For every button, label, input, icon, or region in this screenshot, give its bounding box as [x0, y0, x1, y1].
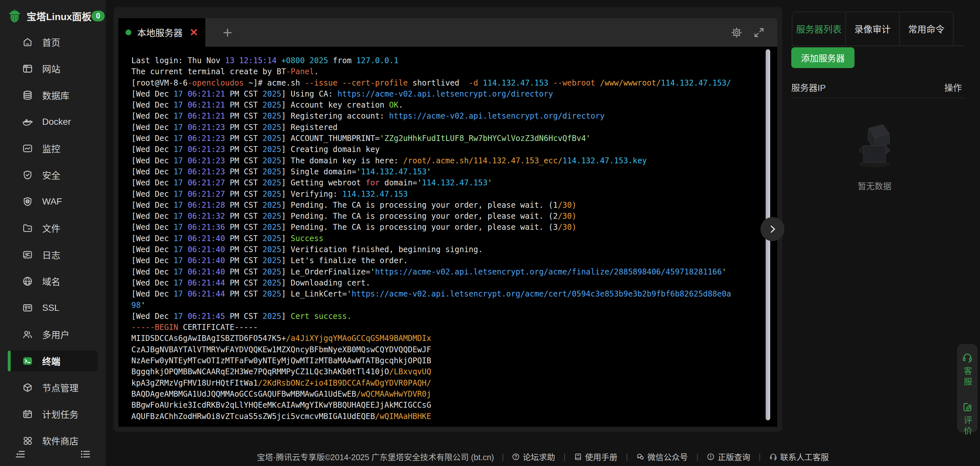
sidebar-item-multiuser[interactable]: 多用户 — [8, 324, 98, 345]
terminal-line: BAQDAgeAMBMGA1UdJQQMMAoGCCsGAQUFBwMBMAwG… — [131, 388, 777, 399]
terminal-line: [Wed Dec 17 06:21:21 PM CST 2025] Accoun… — [131, 100, 777, 111]
home-icon — [22, 36, 33, 48]
close-tab-icon[interactable]: ✕ — [189, 27, 198, 38]
column-server-ip: 服务器IP — [791, 81, 826, 94]
feedback-label: 评价 — [961, 416, 974, 437]
sidebar-item-label: 节点管理 — [42, 381, 78, 394]
headset-icon — [769, 453, 777, 461]
footer-link-book[interactable]: 使用手册 — [574, 451, 617, 463]
terminal-tab-label: 本地服务器 — [137, 26, 183, 39]
empty-state: 暂无数据 — [782, 119, 967, 192]
chevron-right-icon — [768, 224, 777, 234]
sidebar-item-database[interactable]: 数据库 — [8, 85, 98, 106]
users-icon — [22, 329, 33, 340]
footer-link-headset[interactable]: 联系人工客服 — [769, 451, 829, 463]
server-panel: 服务器列表录像审计常用命令 添加服务器 服务器IP 操作 暂无数据 — [782, 0, 980, 466]
terminal-toolbar — [730, 27, 777, 38]
sidebar-item-website[interactable]: 网站 — [8, 58, 98, 79]
sidebar-item-waf[interactable]: WAF — [8, 191, 98, 212]
server-table-header: 服务器IP 操作 — [791, 81, 962, 94]
settings-gear-icon[interactable] — [730, 27, 743, 38]
connection-status-dot — [126, 30, 131, 35]
collapse-sidebar-icon[interactable] — [14, 448, 26, 461]
terminal-line: CzAJBgNVBAYTAlVTMRYwFAYDVQQKEw1MZXQncyBF… — [131, 344, 777, 355]
sidebar-item-label: 多用户 — [42, 328, 69, 341]
sidebar-bottom-bar — [0, 448, 106, 461]
grid-icon — [22, 435, 33, 446]
app-title: 宝塔Linux面板 — [27, 9, 91, 23]
terminal-line: [Wed Dec 17 06:21:40 PM CST 2025] Let's … — [131, 255, 777, 266]
sidebar-item-logs[interactable]: 日志 — [8, 244, 98, 265]
server-panel-tabs: 服务器列表录像审计常用命令 — [792, 12, 964, 46]
sidebar-item-docker[interactable]: Docker — [8, 111, 98, 132]
terminal-tab-local-server[interactable]: 本地服务器 ✕ — [118, 18, 205, 47]
panel-tab-recording-audit[interactable]: 录像审计 — [846, 12, 900, 46]
footer-links: 论坛求助|使用手册|微信公众号|正版查询|联系人工客服 — [512, 451, 829, 463]
sidebar-item-domain[interactable]: 域名 — [8, 271, 98, 292]
sidebar-item-label: 首页 — [42, 36, 60, 49]
floating-action-bar: 客服 评价 — [957, 344, 977, 432]
sidebar: 宝塔Linux面板 0 首页网站数据库Docker监控安全WAF文件日志域名SS… — [0, 0, 106, 466]
customer-service-button[interactable]: 客服 — [961, 352, 974, 388]
panel-tabs-filler — [953, 12, 964, 46]
terminal-line: [Wed Dec 17 06:21:32 PM CST 2025] Pendin… — [131, 211, 777, 222]
add-tab-button[interactable]: + — [223, 24, 232, 41]
sidebar-item-cron[interactable]: 计划任务 — [8, 404, 98, 425]
terminal-line: The current terminal create by BT-Panel. — [131, 66, 777, 77]
footer-separator: | — [502, 452, 504, 461]
terminal-line: BBgwFoAUrkie3IcdRKBv2qLlYHQEeMKcAIAwMgYI… — [131, 399, 777, 411]
sidebar-item-nodes[interactable]: 节点管理 — [8, 377, 98, 398]
table-divider — [791, 98, 963, 98]
sidebar-item-label: 文件 — [42, 222, 60, 235]
terminal-line: [root@VM-8-6-opencloudos ~]# acme.sh --i… — [131, 78, 777, 89]
column-action: 操作 — [944, 81, 962, 94]
sidebar-item-security[interactable]: 安全 — [8, 165, 98, 185]
sidebar-item-files[interactable]: 文件 — [8, 218, 98, 238]
panel-tab-server-list[interactable]: 服务器列表 — [792, 12, 846, 46]
ssl-card-icon — [22, 302, 33, 313]
terminal-line: [Wed Dec 17 06:21:23 PM CST 2025] Regist… — [131, 122, 777, 133]
terminal-line: [Wed Dec 17 06:21:28 PM CST 2025] Pendin… — [131, 200, 777, 211]
menu-list-icon[interactable] — [80, 448, 91, 461]
sidebar-item-home[interactable]: 首页 — [8, 32, 98, 52]
terminal-line: [Wed Dec 17 06:21:36 PM CST 2025] Pendin… — [131, 222, 777, 233]
terminal-line: [Wed Dec 17 06:21:40 PM CST 2025] Verifi… — [131, 244, 777, 255]
footer-link-label: 论坛求助 — [523, 451, 555, 463]
bt-panel-logo-icon — [7, 8, 22, 23]
folder-icon — [22, 223, 33, 234]
sidebar-item-ssl[interactable]: SSL — [8, 298, 98, 318]
headset-icon — [962, 352, 973, 363]
expand-panel-button[interactable] — [760, 217, 784, 241]
terminal-line: MIIDSDCCAs6gAwIBAgISBZTD6FO547K5+/a4JiXY… — [131, 333, 777, 344]
terminal-output: Last login: Thu Nov 13 12:15:14 +0800 20… — [118, 47, 777, 422]
edit-pencil-icon — [962, 401, 973, 412]
terminal-line: 98' — [131, 300, 777, 311]
terminal-line: NzAeFw0yNTEyMTcwOTIzMTFaFw0yNTEyMjQwMTIz… — [131, 355, 777, 366]
book-icon — [574, 453, 582, 461]
footer-link-warning-circle[interactable]: 正版查询 — [706, 451, 750, 463]
footer-separator: | — [696, 452, 698, 461]
sidebar-item-label: 安全 — [42, 168, 60, 181]
add-server-button[interactable]: 添加服务器 — [791, 47, 854, 68]
footer-link-wechat[interactable]: 微信公众号 — [636, 451, 688, 463]
sidebar-item-monitor[interactable]: 监控 — [8, 138, 98, 159]
sidebar-item-label: 软件商店 — [42, 434, 78, 447]
footer-link-question-circle[interactable]: 论坛求助 — [512, 451, 555, 463]
sidebar-item-label: 网站 — [42, 62, 60, 75]
terminal-line: [Wed Dec 17 06:21:23 PM CST 2025] ACCOUN… — [131, 133, 777, 144]
shield-check-icon — [22, 170, 33, 181]
footer-link-label: 正版查询 — [718, 451, 750, 463]
notification-badge[interactable]: 0 — [91, 11, 105, 21]
database-icon — [22, 90, 33, 101]
sidebar-item-terminal[interactable]: 终端 — [8, 350, 98, 371]
footer-separator: | — [759, 452, 760, 461]
terminal-green-icon — [22, 355, 33, 366]
terminal-screen[interactable]: Last login: Thu Nov 13 12:15:14 +0800 20… — [118, 47, 777, 427]
panel-tab-common-commands[interactable]: 常用命令 — [900, 12, 953, 46]
footer-link-label: 使用手册 — [585, 451, 617, 463]
terminal-line: AQUFBzAChhZodHRwOi8vZTcuaS5sZW5jci5vcmcv… — [131, 411, 777, 422]
terminal-line: [Wed Dec 17 06:21:23 PM CST 2025] Creati… — [131, 144, 777, 155]
terminal-line: [Wed Dec 17 06:21:23 PM CST 2025] Single… — [131, 166, 777, 177]
fullscreen-icon[interactable] — [753, 27, 765, 38]
feedback-button[interactable]: 评价 — [961, 401, 974, 437]
